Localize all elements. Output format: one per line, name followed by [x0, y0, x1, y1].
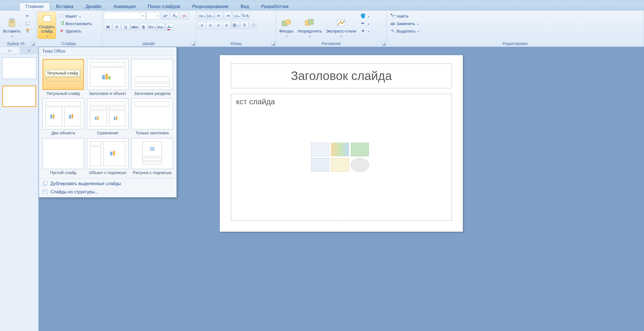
strike-button[interactable]: abc	[130, 23, 139, 31]
arrange-button[interactable]: Упорядочить	[296, 12, 323, 39]
insert-chart-icon[interactable]	[331, 143, 349, 156]
new-slide-button[interactable]: Создать слайд	[38, 12, 56, 39]
thumbnails-tab[interactable]: ▭	[0, 47, 19, 54]
insert-smartart-icon[interactable]	[351, 143, 369, 156]
cut-button[interactable]: ✂	[23, 12, 32, 20]
svg-rect-10	[60, 15, 63, 15]
tab-design[interactable]: Дизайн	[80, 3, 107, 10]
copy-button[interactable]	[23, 20, 32, 27]
numbering-button[interactable]: 1≡	[206, 12, 214, 20]
shadow-button[interactable]: S	[139, 23, 147, 31]
format-painter-button[interactable]	[23, 27, 32, 34]
outdent-icon: ⇤	[217, 13, 221, 18]
shape-outline-button[interactable]: ✒	[359, 20, 371, 27]
italic-button[interactable]: К	[113, 23, 121, 31]
svg-rect-35	[44, 182, 47, 185]
italic-icon: К	[116, 25, 118, 29]
font-color-button[interactable]: A	[166, 23, 174, 31]
clipboard-launcher[interactable]: ◢	[31, 42, 35, 46]
arrange-icon	[305, 18, 315, 28]
smartart-icon: ⬡	[252, 23, 255, 28]
align-center-button[interactable]: ≡	[206, 21, 214, 29]
text-direction-button[interactable]: ↻A	[241, 12, 250, 20]
bullets-icon: •≡	[199, 14, 205, 18]
body-placeholder[interactable]: кст слайда	[231, 94, 452, 221]
layout-label: Макет	[65, 14, 77, 18]
insert-picture-icon[interactable]	[311, 158, 329, 172]
group-label-paragraph: Абзац	[198, 41, 274, 47]
font-launcher[interactable]: ◢	[191, 42, 195, 46]
layout-content-caption[interactable]: Объект с подписью	[87, 138, 128, 175]
change-case-button[interactable]: Aa	[157, 23, 165, 31]
slides-from-outline-item[interactable]: Слайды из структуры...	[39, 188, 176, 196]
tab-animation[interactable]: Анимация	[107, 3, 142, 10]
duplicate-slides-item[interactable]: Дублировать выделенные слайды	[39, 180, 176, 188]
quick-styles-button[interactable]: Экспресс-стили	[324, 12, 358, 39]
align-right-button[interactable]: ≡	[214, 21, 223, 29]
tab-view[interactable]: Вид	[234, 3, 255, 10]
shapes-label: Фигуры	[279, 29, 294, 34]
layout-picture-caption[interactable]: Рисунок с подписью	[131, 138, 173, 175]
insert-table-icon[interactable]	[311, 143, 329, 156]
grow-font-button[interactable]: A▴	[161, 12, 170, 20]
layout-two-content[interactable]: Два объекта	[42, 98, 84, 135]
layout-comparison[interactable]: Сравнение	[87, 98, 128, 135]
layout-section-header[interactable]: Заголовок раздела	[131, 59, 173, 96]
decrease-indent-button[interactable]: ⇤	[215, 12, 223, 20]
shape-fill-button[interactable]: 🪣	[359, 12, 371, 20]
select-button[interactable]: ↖Выделить	[388, 27, 421, 34]
svg-rect-25	[69, 115, 71, 119]
line-spacing-button[interactable]: ↕≡	[233, 12, 241, 20]
insert-media-icon[interactable]	[351, 158, 369, 172]
reset-button[interactable]: Восстановить	[57, 20, 94, 27]
insert-clipart-icon[interactable]	[331, 158, 349, 172]
layout-tooltip: Титульный слайд	[45, 70, 80, 76]
indent-icon: ⇥	[226, 13, 230, 18]
tab-developer[interactable]: Разработчик	[255, 3, 295, 10]
underline-button[interactable]: Ч	[122, 23, 130, 31]
align-left-button[interactable]: ≡	[198, 21, 206, 29]
bullets-button[interactable]: •≡	[198, 12, 206, 20]
layout-button[interactable]: Макет	[57, 12, 94, 20]
tab-insert[interactable]: Вставка	[50, 3, 80, 10]
svg-rect-26	[72, 114, 73, 119]
outline-tab[interactable]: ≡	[19, 47, 39, 54]
justify-button[interactable]: ≡	[223, 21, 231, 29]
layout-title-only[interactable]: Только заголовок	[131, 98, 173, 135]
delete-button[interactable]: ✕ Удалить	[57, 27, 94, 34]
title-placeholder[interactable]: Заголовок слайда	[231, 63, 452, 88]
tab-slideshow[interactable]: Показ слайдов	[142, 3, 186, 10]
smartart-button[interactable]: ⬡	[249, 21, 257, 29]
shapes-button[interactable]: Фигуры	[278, 12, 295, 39]
paragraph-launcher[interactable]: ◢	[271, 42, 275, 46]
effects-icon: ✦	[361, 28, 366, 33]
columns-button[interactable]: ▥	[231, 21, 240, 29]
svg-rect-3	[10, 22, 14, 23]
paste-button[interactable]: Вставить	[2, 12, 22, 39]
align-left-icon: ≡	[201, 23, 203, 28]
align-text-button[interactable]: ⇕	[240, 21, 249, 29]
shape-effects-button[interactable]: ✦	[359, 27, 371, 34]
group-label-font: Шрифт	[104, 41, 194, 47]
shrink-font-button[interactable]: A▾	[171, 12, 179, 20]
font-name-combo[interactable]: ▾	[104, 12, 145, 20]
tab-review[interactable]: Рецензирование	[186, 3, 234, 10]
drawing-launcher[interactable]: ◢	[382, 42, 386, 46]
slide[interactable]: Заголовок слайда кст слайда	[220, 55, 463, 232]
tab-home[interactable]: Главная	[19, 2, 50, 10]
slide-thumb-2[interactable]	[2, 86, 36, 107]
bold-button[interactable]: Ж	[104, 23, 112, 31]
layout-title-content[interactable]: Заголовок и объект	[87, 59, 128, 96]
layout-blank[interactable]: Пустой слайд	[42, 138, 84, 175]
layout-caption: Пустой слайд	[50, 170, 76, 175]
font-size-combo[interactable]: ▾	[146, 12, 160, 20]
slide-thumb-1[interactable]	[2, 57, 36, 79]
increase-indent-button[interactable]: ⇥	[224, 12, 232, 20]
char-spacing-button[interactable]: AV	[148, 23, 156, 31]
svg-rect-18	[308, 19, 313, 24]
replace-button[interactable]: abЗаменить	[388, 20, 421, 27]
chevron-down-icon	[340, 34, 342, 38]
clear-format-button[interactable]	[180, 12, 188, 20]
find-button[interactable]: 🔭Найти	[388, 12, 421, 20]
layout-title-slide[interactable]: Титульный слайд Титульный слайд	[42, 59, 84, 96]
